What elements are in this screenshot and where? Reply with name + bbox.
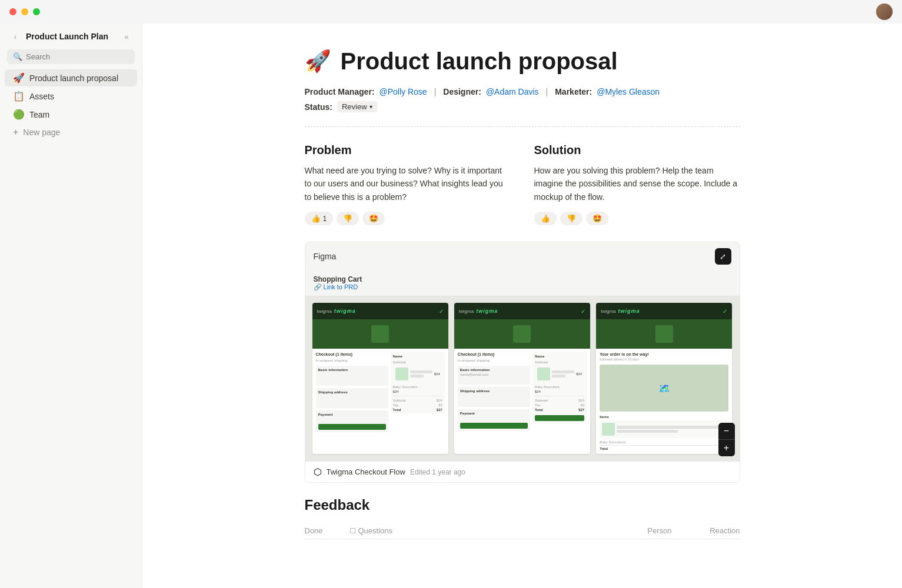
main-content: 🚀 Product launch proposal Product Manage… xyxy=(142,0,902,588)
new-page-button[interactable]: + New page xyxy=(5,124,137,141)
solution-reactions: 👍 👎 🤩 xyxy=(534,212,740,225)
page-title-emoji: 🚀 xyxy=(305,49,331,74)
plus-icon: + xyxy=(13,127,18,138)
avatar[interactable] xyxy=(876,4,893,20)
rocket-icon: 🚀 xyxy=(13,72,25,83)
sidebar-item-team[interactable]: 🟢 Team xyxy=(5,106,137,123)
problem-reaction-thumbsup[interactable]: 👍 1 xyxy=(305,212,334,225)
feedback-title: Feedback xyxy=(305,497,740,513)
figma-zoom-plus[interactable]: + xyxy=(718,440,735,456)
titlebar xyxy=(0,0,902,24)
status-label: Status: xyxy=(305,102,332,112)
sidebar-item-product-launch[interactable]: 🚀 Product launch proposal xyxy=(5,69,137,86)
designer-value[interactable]: @Adam Davis xyxy=(486,87,539,96)
figma-brand-2: twigma xyxy=(476,308,498,314)
sidebar-title: Product Launch Plan xyxy=(26,32,116,41)
figma-sub-link[interactable]: 🔗 Link to PRD xyxy=(314,283,731,291)
thumbsdown-icon: 👎 xyxy=(567,214,576,223)
figma-brand-3: twigma xyxy=(618,308,640,314)
figma-brand-1: twigma xyxy=(334,308,356,314)
thumbsup-icon: 👍 xyxy=(541,214,550,223)
chevron-down-icon: ▾ xyxy=(370,103,372,110)
close-button[interactable] xyxy=(9,8,16,15)
marketer-value[interactable]: @Myles Gleason xyxy=(597,87,660,96)
problem-heading: Problem xyxy=(305,143,511,157)
sidebar-back-button[interactable]: ‹ xyxy=(9,31,21,42)
figma-sub-title: Shopping Cart xyxy=(314,275,731,283)
sidebar-header: ‹ Product Launch Plan « xyxy=(0,24,142,47)
problem-reactions: 👍 1 👎 🤩 xyxy=(305,212,511,225)
feedback-col-reaction-header: Reaction xyxy=(681,526,740,535)
section-divider xyxy=(305,126,740,127)
feedback-table-header: Done ☐ Questions Person Reaction xyxy=(305,523,740,539)
figma-frame-body-2: Checkout (1 items) In progress shipping … xyxy=(454,349,590,435)
sidebar: ‹ Product Launch Plan « 🔍 🚀 Product laun… xyxy=(0,0,142,588)
maximize-button[interactable] xyxy=(33,8,40,15)
figma-frame-body-3: Your order is on the way! Estimated deli… xyxy=(596,349,732,454)
figma-frame-3: twigma twigma ✓ Your order is on the way… xyxy=(596,303,732,454)
metadata-row: Product Manager: @Polly Rose | Designer:… xyxy=(305,87,740,96)
problem-solution-grid: Problem What need are you trying to solv… xyxy=(305,143,740,225)
status-value: Review xyxy=(342,102,367,111)
figma-header: Figma ⤢ xyxy=(305,242,740,270)
feedback-col-questions-header: ☐ Questions xyxy=(350,526,604,535)
page-title-row: 🚀 Product launch proposal xyxy=(305,47,740,75)
solution-body: How are you solving this problem? Help t… xyxy=(534,164,740,203)
page-title: Product launch proposal xyxy=(341,47,618,75)
figma-frame-1: twigma twigma ✓ Checkout (1 items) In pr… xyxy=(312,303,448,454)
figma-frame-header-3: twigma twigma ✓ xyxy=(596,303,732,319)
feedback-col-person-header: Person xyxy=(613,526,672,535)
starstruck-icon: 🤩 xyxy=(593,214,602,223)
figma-footer: ⬡ Twigma Checkout Flow Edited 1 year ago xyxy=(305,461,740,482)
feedback-col-done-header: Done xyxy=(305,526,340,535)
figma-sub-header: Shopping Cart 🔗 Link to PRD xyxy=(305,270,740,296)
figma-embed: Figma ⤢ Shopping Cart 🔗 Link to PRD twig… xyxy=(305,242,740,483)
search-input[interactable] xyxy=(26,52,129,61)
starstruck-icon: 🤩 xyxy=(369,214,378,223)
thumbsup-icon: 👍 xyxy=(311,214,321,223)
figma-map: 🗺️ xyxy=(600,365,728,412)
reaction-count-1: 1 xyxy=(323,215,327,223)
figma-footer-meta: Edited 1 year ago xyxy=(410,468,465,476)
solution-reaction-thumbsdown[interactable]: 👎 xyxy=(560,212,583,225)
sidebar-item-label: Team xyxy=(29,110,129,119)
assets-icon: 📋 xyxy=(13,91,25,102)
marketer-label: Marketer: xyxy=(555,87,592,96)
separator-2: | xyxy=(546,87,548,96)
figma-canvas-wrapper: twigma twigma ✓ Checkout (1 items) In pr… xyxy=(305,296,740,461)
figma-frame-header-2: twigma twigma ✓ xyxy=(454,303,590,319)
sidebar-collapse-button[interactable]: « xyxy=(121,31,132,42)
figma-expand-button[interactable]: ⤢ xyxy=(715,248,731,265)
status-row: Status: Review ▾ xyxy=(305,101,740,112)
sidebar-item-label: Assets xyxy=(29,92,129,101)
figma-frame-header-1: twigma twigma ✓ xyxy=(312,303,448,319)
figma-zoom-controls: − + xyxy=(718,423,735,456)
team-icon: 🟢 xyxy=(13,109,25,120)
problem-reaction-starstruck[interactable]: 🤩 xyxy=(362,212,385,225)
sidebar-item-assets[interactable]: 📋 Assets xyxy=(5,88,137,105)
solution-heading: Solution xyxy=(534,143,740,157)
solution-section: Solution How are you solving this proble… xyxy=(534,143,740,225)
problem-reaction-thumbsdown[interactable]: 👎 xyxy=(337,212,359,225)
figma-zoom-minus[interactable]: − xyxy=(718,423,735,439)
separator-1: | xyxy=(434,87,437,96)
search-icon: 🔍 xyxy=(13,52,22,61)
product-manager-label: Product Manager: xyxy=(305,87,375,96)
feedback-section: Feedback Done ☐ Questions Person Reactio… xyxy=(305,497,740,539)
solution-reaction-starstruck[interactable]: 🤩 xyxy=(586,212,608,225)
minimize-button[interactable] xyxy=(21,8,28,15)
figma-frame-body-1: Checkout (1 items) In progress shipping … xyxy=(312,349,448,436)
figma-file-icon: ⬡ xyxy=(314,466,322,477)
designer-label: Designer: xyxy=(443,87,481,96)
solution-reaction-thumbsup[interactable]: 👍 xyxy=(534,212,557,225)
status-badge[interactable]: Review ▾ xyxy=(337,101,377,112)
product-manager-value[interactable]: @Polly Rose xyxy=(380,87,427,96)
search-bar[interactable]: 🔍 xyxy=(7,49,135,64)
figma-canvas: twigma twigma ✓ Checkout (1 items) In pr… xyxy=(305,296,740,461)
problem-section: Problem What need are you trying to solv… xyxy=(305,143,511,225)
figma-file-name: Twigma Checkout Flow xyxy=(327,467,405,476)
questions-label: Questions xyxy=(358,526,393,535)
expand-icon: ⤢ xyxy=(720,252,726,261)
problem-body: What need are you trying to solve? Why i… xyxy=(305,164,511,203)
new-page-label: New page xyxy=(23,128,60,137)
